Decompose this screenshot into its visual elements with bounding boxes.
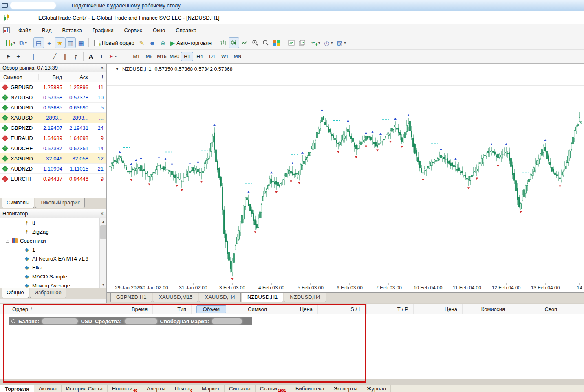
terminal-tab[interactable]: Статьи1901 bbox=[256, 385, 291, 392]
terminal-tab[interactable]: Алерты bbox=[142, 385, 170, 392]
market-watch-tab[interactable]: Символы bbox=[2, 198, 34, 208]
new-order-button[interactable]: +Новый ордер bbox=[91, 37, 137, 48]
text-label-button[interactable]: T bbox=[96, 51, 107, 62]
scrollbar-thumb[interactable] bbox=[100, 225, 106, 239]
terminal-column-header[interactable]: S / L bbox=[318, 304, 367, 314]
timeframe-mn[interactable]: MN bbox=[231, 52, 244, 61]
menu-item[interactable]: Окно bbox=[148, 26, 170, 35]
navigator-tab[interactable]: Общие bbox=[2, 288, 29, 298]
terminal-tab[interactable]: Библиотека bbox=[291, 385, 329, 392]
terminal-tab[interactable]: Почта6 bbox=[170, 385, 197, 392]
navigator-item[interactable]: ◆Moving Average bbox=[0, 281, 106, 288]
templates-button[interactable]: ▨▾ bbox=[335, 37, 348, 48]
trendline-button[interactable]: ╱ bbox=[49, 51, 60, 62]
navigator-item[interactable]: ƒtt bbox=[0, 218, 106, 227]
market-watch-column-header[interactable]: Аск bbox=[64, 74, 90, 80]
menu-item[interactable]: Вставка bbox=[58, 26, 86, 35]
terminal-button[interactable]: ▥ bbox=[65, 37, 76, 48]
market-watch-row[interactable]: ↑AUDCHF0.573370.5735114 bbox=[0, 143, 106, 153]
scroll-down-icon[interactable]: ▼ bbox=[100, 281, 106, 288]
market-watch-column-header[interactable]: Бид bbox=[39, 74, 64, 80]
market-watch-row[interactable]: ↑XAGUSD32.04632.05812 bbox=[0, 153, 106, 164]
menu-item[interactable]: Сервис bbox=[120, 26, 147, 35]
bar-chart-button[interactable] bbox=[218, 37, 229, 48]
navigator-item[interactable]: ƒZigZag bbox=[0, 227, 106, 236]
market-watch-row[interactable]: ↑GBPNZD2.194072.1943124 bbox=[0, 123, 106, 133]
market-watch-row[interactable]: ↓EURAUD1.646891.646989 bbox=[0, 133, 106, 143]
market-watch-row[interactable]: ↓GBPUSD1.258851.2589611 bbox=[0, 82, 106, 92]
menu-item[interactable]: Справка bbox=[171, 26, 201, 35]
arrange-cascade-button[interactable] bbox=[297, 37, 307, 48]
market-watch-row[interactable]: ↑XAUUSD2893...2893...... bbox=[0, 113, 106, 123]
terminal-tab[interactable]: Эксперты bbox=[329, 385, 362, 392]
terminal-tab[interactable]: История Счета bbox=[62, 385, 108, 392]
terminal-column-header[interactable]: Цена bbox=[272, 304, 318, 314]
timeframe-h4[interactable]: H4 bbox=[194, 52, 206, 61]
zoom-out-button[interactable] bbox=[260, 37, 271, 48]
market-watch-column-header[interactable]: ! bbox=[90, 74, 106, 80]
terminal-column-header[interactable]: T / P bbox=[367, 304, 414, 314]
indicators-button[interactable]: ≈+▾ bbox=[307, 37, 322, 48]
timeframe-m5[interactable]: M5 bbox=[143, 52, 155, 61]
close-icon[interactable]: × bbox=[99, 65, 105, 71]
community-button[interactable]: ☻ bbox=[147, 37, 158, 48]
terminal-column-header[interactable]: Ордер/ bbox=[0, 304, 68, 314]
terminal-tab[interactable]: Новости48 bbox=[108, 385, 142, 392]
close-icon[interactable]: × bbox=[99, 210, 105, 217]
navigator-item[interactable]: ◆Elka bbox=[0, 263, 106, 272]
tile-windows-button[interactable] bbox=[271, 37, 282, 48]
terminal-column-header[interactable]: Цена bbox=[414, 304, 463, 314]
fibonacci-button[interactable]: ƒ bbox=[71, 51, 81, 62]
tree-collapse-icon[interactable]: − bbox=[6, 239, 9, 243]
navigator-scrollbar[interactable]: ▲ ▼ bbox=[99, 218, 106, 288]
horizontal-line-button[interactable]: — bbox=[39, 51, 49, 62]
line-chart-button[interactable] bbox=[239, 37, 250, 48]
navigator-item[interactable]: ◆MACD Sample bbox=[0, 272, 106, 281]
terminal-column-header[interactable]: Время bbox=[68, 304, 153, 314]
market-watch-tab[interactable]: Тиковый график bbox=[35, 198, 85, 208]
chart-window-tab[interactable]: GBPNZD,H1 bbox=[110, 293, 152, 302]
terminal-tab[interactable]: Активы bbox=[34, 385, 62, 392]
text-button[interactable]: A bbox=[86, 51, 96, 62]
terminal-tab[interactable]: Торговля bbox=[0, 385, 34, 392]
autotrading-button[interactable]: ▶Авто-торговля bbox=[168, 37, 214, 48]
navigator-tab[interactable]: Избранное bbox=[30, 288, 66, 298]
navigator-item[interactable]: ◆1 bbox=[0, 245, 106, 254]
scroll-up-icon[interactable]: ▲ bbox=[100, 218, 106, 225]
timeframe-d1[interactable]: D1 bbox=[206, 52, 218, 61]
chart-canvas[interactable]: 29 Jan 202530 Jan 02:0031 Jan 02:003 Feb… bbox=[107, 64, 584, 292]
navigator-item[interactable]: ◆AI NeuroX EA MT4 v1.9 bbox=[0, 254, 106, 263]
navigator-item[interactable]: −Советники bbox=[0, 236, 106, 245]
data-window-button[interactable]: + bbox=[44, 37, 55, 48]
terminal-tab[interactable]: Сигналы bbox=[225, 385, 256, 392]
market-watch-column-header[interactable]: Символ bbox=[0, 74, 39, 80]
profiles-button[interactable]: ⧉▾ bbox=[17, 37, 29, 48]
terminal-column-header[interactable]: Своп bbox=[510, 304, 562, 314]
terminal-tab[interactable]: Маркет bbox=[197, 385, 225, 392]
market-watch-row[interactable]: ↑NZDUSD0.573680.5737810 bbox=[0, 92, 106, 103]
timeframe-w1[interactable]: W1 bbox=[219, 52, 231, 61]
menu-item[interactable]: Файл bbox=[14, 26, 36, 35]
terminal-tab[interactable]: Журнал bbox=[362, 385, 391, 392]
market-watch-row[interactable]: ↓EURCHF0.944370.944469 bbox=[0, 174, 106, 184]
chart-window-tab[interactable]: NZDUSD,H4 bbox=[284, 293, 326, 302]
timeframe-m1[interactable]: M1 bbox=[130, 52, 143, 61]
navigator-button[interactable]: ★ bbox=[55, 37, 65, 48]
terminal-column-header[interactable]: Символ bbox=[231, 304, 272, 314]
timeframe-m15[interactable]: M15 bbox=[156, 52, 168, 61]
channel-button[interactable]: ∥ bbox=[60, 51, 71, 62]
terminal-column-header[interactable]: Комиссия bbox=[463, 304, 510, 314]
chart-window-tab[interactable]: XAUUSD,H4 bbox=[199, 293, 240, 302]
balance-row[interactable]: Баланс:USDСредства:Свободная маржа: bbox=[9, 317, 252, 325]
terminal-column-header[interactable]: Объем bbox=[192, 304, 231, 314]
arrange-auto-button[interactable] bbox=[286, 37, 297, 48]
new-chart-button[interactable]: +▾ bbox=[2, 37, 17, 48]
timeframe-h1[interactable]: H1 bbox=[181, 52, 193, 61]
terminal-column-header[interactable]: Тип bbox=[153, 304, 192, 314]
menu-item[interactable]: Вид bbox=[37, 26, 56, 35]
menu-item[interactable]: Графики bbox=[88, 26, 118, 35]
crosshair-button[interactable]: + bbox=[13, 51, 24, 62]
candlestick-chart[interactable]: 29 Jan 202530 Jan 02:0031 Jan 02:003 Feb… bbox=[107, 64, 584, 292]
vertical-line-button[interactable]: | bbox=[28, 51, 39, 62]
market-watch-button[interactable]: ▤ bbox=[33, 37, 44, 48]
